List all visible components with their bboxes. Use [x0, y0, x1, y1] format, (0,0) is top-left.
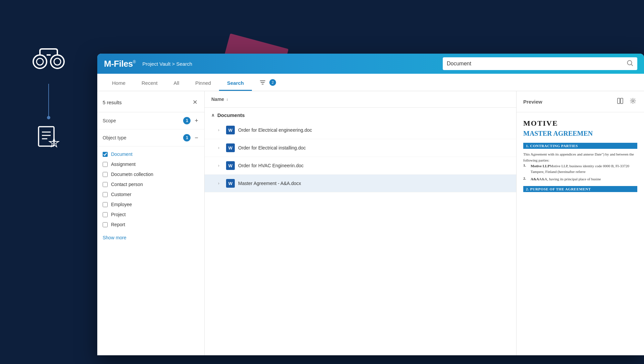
search-bar [443, 57, 637, 70]
tab-recent[interactable]: Recent [133, 76, 166, 91]
tab-search[interactable]: Search [219, 76, 252, 91]
top-bar: M-Files® Project Vault > Search [97, 54, 644, 74]
checkbox-doc-collection-label: Documetn collection [111, 172, 153, 177]
file-name-3: Order for HVAC Engineerin.doc [238, 163, 304, 168]
file-row-3[interactable]: › W Order for HVAC Engineerin.doc [205, 157, 516, 175]
documents-group-header: ∧ Documents [205, 108, 516, 121]
svg-rect-12 [621, 98, 623, 104]
scope-badge: 1 [183, 117, 191, 124]
checkbox-doc-collection[interactable]: Documetn collection [103, 169, 199, 179]
checkbox-report-input[interactable] [103, 222, 108, 227]
checkbox-report[interactable]: Report [103, 220, 199, 230]
panel-header: 5 results ✕ [97, 91, 204, 112]
checkbox-employee-input[interactable] [103, 202, 108, 207]
sort-arrow-icon: ↓ [226, 97, 228, 102]
party-2-text: A&AA&A, having its principal place of bu… [531, 176, 601, 182]
settings-button[interactable] [629, 97, 637, 107]
file-row-2[interactable]: › W Order for Electrical installing.doc [205, 139, 516, 157]
close-panel-button[interactable]: ✕ [191, 97, 199, 107]
preview-panel: Preview [517, 91, 644, 355]
tab-pinned[interactable]: Pinned [187, 76, 219, 91]
tab-home[interactable]: Home [104, 76, 133, 91]
background-sidebar [0, 0, 97, 364]
svg-point-3 [54, 58, 61, 65]
party-1-text: Motive LLPMotive LLP, business identity … [531, 163, 637, 174]
name-column-header[interactable]: Name ↓ [211, 97, 228, 102]
svg-line-10 [631, 64, 633, 66]
preview-actions [616, 97, 637, 107]
checkbox-document-label: Document [111, 151, 132, 157]
checkbox-customer-label: Customer [111, 192, 131, 197]
search-button[interactable] [627, 60, 633, 68]
file-name-2: Order for Electrical installing.doc [238, 145, 306, 150]
breadcrumb: Project Vault > Search [142, 61, 192, 67]
split-view-button[interactable] [616, 97, 625, 107]
doc-company-name: MOTIVE [523, 119, 637, 128]
vertical-connector [48, 84, 49, 117]
document-star-icon [35, 124, 62, 151]
preview-title: Preview [523, 99, 542, 105]
checkbox-employee-label: Employee [111, 202, 132, 207]
doc-title: MASTER AGREEMEN [523, 130, 637, 137]
svg-rect-11 [618, 98, 620, 104]
doc-section-1-text: This Agreement with its appendices and a… [523, 151, 637, 163]
object-type-filter: Object type 1 − [97, 129, 204, 146]
scope-controls: 1 + [183, 117, 199, 124]
search-input[interactable] [447, 61, 624, 67]
checkbox-contact-person-label: Contact person [111, 182, 143, 187]
left-panel: 5 results ✕ Scope 1 + Object type [97, 91, 205, 355]
filter-badge: 2 [269, 79, 276, 86]
object-type-controls: 1 − [183, 134, 199, 141]
checkbox-document-input[interactable] [103, 152, 108, 157]
scope-add-button[interactable]: + [194, 118, 199, 124]
show-more-button[interactable]: Show more [97, 232, 132, 246]
object-type-badge: 1 [183, 134, 191, 141]
group-chevron-icon: ∧ [211, 113, 215, 118]
word-icon-4: W [226, 179, 235, 188]
checkbox-assignment-label: Assignment [111, 162, 136, 167]
object-type-row: Object type 1 − [103, 134, 199, 141]
doc-section-1-title: 1. CONTRACTING PARTIES [523, 143, 637, 149]
app-window: M-Files® Project Vault > Search Home Rec… [97, 54, 644, 355]
checkbox-employee[interactable]: Employee [103, 199, 199, 209]
checkbox-contact-person-input[interactable] [103, 182, 108, 187]
checkbox-project[interactable]: Project [103, 209, 199, 220]
object-type-checkbox-list: Document Assignment Documetn collection … [97, 146, 204, 232]
checkbox-customer-input[interactable] [103, 192, 108, 197]
checkbox-contact-person[interactable]: Contact person [103, 179, 199, 189]
party-2-number: 2. [523, 176, 528, 182]
file-row-4[interactable]: › W Master Agreement - A&A.docx [205, 175, 516, 192]
file-list-panel: Name ↓ ∧ Documents › W Order for Electri… [205, 91, 517, 355]
list-header: Name ↓ [205, 91, 516, 108]
scope-label: Scope [103, 118, 116, 123]
checkbox-document[interactable]: Document [103, 149, 199, 159]
group-name: Documents [217, 112, 245, 118]
checkbox-customer[interactable]: Customer [103, 189, 199, 199]
file-row-1[interactable]: › W Order for Electrical engineering.doc [205, 121, 516, 139]
app-logo: M-Files® [104, 59, 136, 69]
file-name-4: Master Agreement - A&A.docx [238, 181, 301, 186]
file-list: ∧ Documents › W Order for Electrical eng… [205, 108, 516, 355]
object-type-label: Object type [103, 135, 126, 140]
binoculars-icon [32, 47, 65, 74]
expand-icon-1: › [218, 128, 223, 132]
svg-point-13 [632, 100, 634, 102]
tab-filter[interactable]: 2 [252, 75, 284, 91]
doc-section-1: 1. CONTRACTING PARTIES This Agreement wi… [523, 143, 637, 182]
checkbox-assignment-input[interactable] [103, 162, 108, 167]
svg-point-2 [37, 58, 43, 65]
tab-bar: Home Recent All Pinned Search 2 [97, 74, 644, 91]
main-content: 5 results ✕ Scope 1 + Object type [97, 91, 644, 355]
object-type-remove-button[interactable]: − [194, 135, 199, 141]
doc-party-1: 1. Motive LLPMotive LLP, business identi… [523, 163, 637, 174]
svg-point-0 [33, 55, 47, 68]
checkbox-project-input[interactable] [103, 212, 108, 217]
expand-icon-4: › [218, 181, 223, 186]
checkbox-assignment[interactable]: Assignment [103, 159, 199, 169]
tab-all[interactable]: All [166, 76, 187, 91]
party-1-number: 1. [523, 163, 528, 174]
word-icon-1: W [226, 126, 235, 134]
checkbox-doc-collection-input[interactable] [103, 172, 108, 177]
svg-point-1 [51, 55, 64, 68]
expand-icon-2: › [218, 145, 223, 150]
